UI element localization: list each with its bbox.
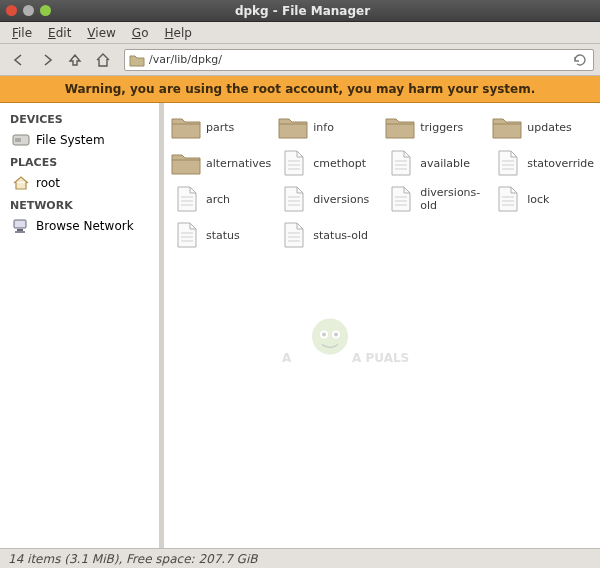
svg-text:A   PUALS: A PUALS [352,350,409,364]
file-icon [277,185,309,213]
file-item-diversions[interactable]: diversions [275,183,380,215]
file-icon [384,185,416,213]
watermark: A A PUALS [282,306,482,389]
file-item-arch[interactable]: arch [168,183,273,215]
minimize-button[interactable] [23,5,34,16]
path-text: /var/lib/dpkg/ [149,53,567,66]
file-grid: partsinfotriggersupdatesalternativescmet… [168,111,596,251]
item-label: lock [527,193,549,206]
path-bar[interactable]: /var/lib/dpkg/ [124,49,594,71]
file-item-lock[interactable]: lock [489,183,596,215]
forward-button[interactable] [34,47,60,73]
file-icon [170,185,202,213]
sidebar-item-browse-network[interactable]: Browse Network [4,214,155,238]
svg-rect-2 [14,220,26,228]
root-warning: Warning, you are using the root account,… [0,76,600,103]
up-button[interactable] [62,47,88,73]
sidebar-label: File System [36,133,105,147]
file-item-status[interactable]: status [168,219,273,251]
file-item-status-old[interactable]: status-old [275,219,380,251]
item-label: diversions-old [420,186,485,212]
file-icon [170,221,202,249]
window-controls [6,5,51,16]
file-icon [491,185,523,213]
menu-help[interactable]: Help [156,24,199,42]
folder-item-parts[interactable]: parts [168,111,273,143]
item-label: alternatives [206,157,271,170]
window: dpkg - File Manager File Edit View Go He… [0,0,600,568]
item-label: status-old [313,229,368,242]
sidebar: DEVICES File System PLACES root NETWORK … [0,103,160,548]
folder-icon [491,113,523,141]
file-item-diversions-old[interactable]: diversions-old [382,183,487,215]
folder-icon [277,113,309,141]
folder-item-info[interactable]: info [275,111,380,143]
sidebar-item-root[interactable]: root [4,171,155,195]
folder-icon [170,149,202,177]
svg-rect-4 [15,231,25,233]
item-label: info [313,121,334,134]
item-label: cmethopt [313,157,366,170]
window-title: dpkg - File Manager [51,4,554,18]
file-view[interactable]: partsinfotriggersupdatesalternativescmet… [164,103,600,548]
close-button[interactable] [6,5,17,16]
sidebar-label: root [36,176,60,190]
sidebar-label: Browse Network [36,219,134,233]
folder-icon [170,113,202,141]
item-label: status [206,229,240,242]
folder-item-alternatives[interactable]: alternatives [168,147,273,179]
drive-icon [12,132,30,148]
folder-icon [384,113,416,141]
folder-item-updates[interactable]: updates [489,111,596,143]
status-text: 14 items (3.1 MiB), Free space: 207.7 Gi… [8,552,257,566]
menu-file[interactable]: File [4,24,40,42]
file-item-cmethopt[interactable]: cmethopt [275,147,380,179]
home-icon [94,51,112,69]
file-icon [384,149,416,177]
svg-point-9 [322,332,326,336]
file-icon [277,149,309,177]
svg-rect-3 [17,229,23,231]
home-button[interactable] [90,47,116,73]
item-label: available [420,157,470,170]
menu-view[interactable]: View [79,24,123,42]
item-label: statoverride [527,157,594,170]
maximize-button[interactable] [40,5,51,16]
refresh-button[interactable] [571,51,589,69]
back-icon [10,51,28,69]
item-label: arch [206,193,230,206]
network-icon [12,218,30,234]
folder-icon [129,53,145,67]
item-label: updates [527,121,572,134]
home-icon [12,175,30,191]
body: DEVICES File System PLACES root NETWORK … [0,103,600,548]
up-icon [66,51,84,69]
svg-point-6 [312,318,348,354]
sidebar-item-filesystem[interactable]: File System [4,128,155,152]
sidebar-head-places: PLACES [4,152,155,171]
file-icon [277,221,309,249]
forward-icon [38,51,56,69]
svg-text:A: A [282,350,292,364]
file-icon [491,149,523,177]
toolbar: /var/lib/dpkg/ [0,44,600,76]
refresh-icon [573,53,587,67]
file-item-statoverride[interactable]: statoverride [489,147,596,179]
menubar: File Edit View Go Help [0,22,600,44]
menu-go[interactable]: Go [124,24,157,42]
statusbar: 14 items (3.1 MiB), Free space: 207.7 Gi… [0,548,600,568]
sidebar-head-devices: DEVICES [4,109,155,128]
svg-point-8 [332,330,340,338]
item-label: diversions [313,193,369,206]
sidebar-head-network: NETWORK [4,195,155,214]
item-label: triggers [420,121,463,134]
item-label: parts [206,121,234,134]
svg-rect-1 [15,138,21,142]
titlebar[interactable]: dpkg - File Manager [0,0,600,22]
folder-item-triggers[interactable]: triggers [382,111,487,143]
back-button[interactable] [6,47,32,73]
file-item-available[interactable]: available [382,147,487,179]
svg-point-7 [320,330,328,338]
svg-point-10 [334,332,338,336]
menu-edit[interactable]: Edit [40,24,79,42]
